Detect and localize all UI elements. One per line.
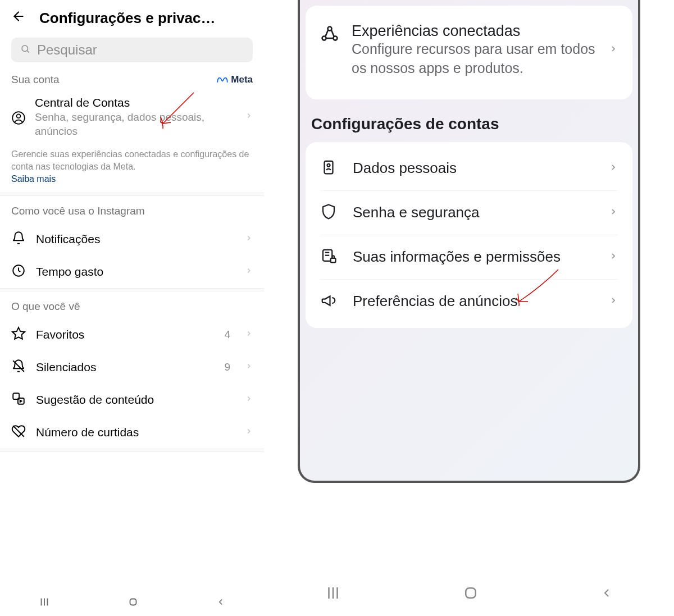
row-personal-data[interactable]: Dados pessoais: [306, 147, 632, 190]
star-icon: [11, 326, 26, 343]
meta-logo-icon: [216, 76, 229, 84]
row-label: Notificações: [36, 232, 235, 246]
svg-point-1: [22, 45, 28, 52]
svg-rect-28: [466, 588, 476, 598]
back-icon[interactable]: [11, 9, 26, 28]
section-how-you-use: Como você usa o Instagram: [0, 196, 264, 223]
android-nav-bar: [0, 596, 264, 608]
chevron-right-icon: [609, 163, 618, 174]
row-time-spent[interactable]: Tempo gasto: [0, 255, 264, 288]
page-title: Configurações e privac…: [39, 10, 253, 27]
heart-off-icon: [11, 424, 26, 441]
svg-rect-24: [331, 258, 336, 262]
accounts-center-row[interactable]: Central de Contas Senha, segurança, dado…: [0, 88, 264, 143]
section-account-settings: Configurações de contas: [306, 108, 632, 142]
svg-rect-19: [325, 161, 333, 174]
connected-icon: [320, 25, 339, 46]
row-label: Suas informações e permissões: [353, 248, 594, 266]
svg-rect-15: [130, 599, 136, 605]
header: Configurações e privac…: [0, 0, 264, 33]
recents-icon[interactable]: [38, 596, 51, 608]
row-label: Favoritos: [36, 328, 214, 341]
chevron-right-icon: [245, 267, 253, 277]
section-your-account: Sua conta: [11, 74, 60, 86]
svg-marker-6: [12, 327, 25, 339]
muted-count: 9: [224, 361, 230, 373]
accounts-center-subtitle: Senha, segurança, dados pessoais, anúnci…: [35, 111, 236, 138]
section-what-you-see: O que você vê: [0, 291, 264, 318]
back-nav-icon[interactable]: [216, 597, 226, 607]
row-label: Número de curtidas: [36, 426, 235, 439]
megaphone-icon: [320, 292, 338, 311]
row-muted[interactable]: Silenciados 9: [0, 351, 264, 384]
clock-icon: [11, 263, 26, 280]
chevron-right-icon: [245, 112, 253, 122]
chevron-right-icon: [609, 44, 618, 56]
divider: [0, 449, 264, 452]
row-password-security[interactable]: Senha e segurança: [306, 191, 632, 235]
chevron-right-icon: [245, 395, 253, 405]
row-connected-experiences[interactable]: Experiências conectadas Configure recurs…: [306, 10, 632, 95]
document-lock-icon: [320, 248, 338, 267]
svg-line-2: [27, 51, 29, 52]
chevron-right-icon: [245, 330, 253, 340]
content-icon: [11, 391, 26, 408]
chevron-right-icon: [609, 296, 618, 307]
shield-icon: [320, 203, 338, 222]
svg-point-17: [322, 36, 326, 40]
chevron-right-icon: [245, 427, 253, 437]
learn-more-link[interactable]: Saiba mais: [11, 174, 56, 184]
row-favorites[interactable]: Favoritos 4: [0, 318, 264, 351]
svg-point-18: [333, 36, 337, 40]
home-icon[interactable]: [127, 596, 139, 608]
phone-frame: Experiências conectadas Configure recurs…: [298, 0, 640, 483]
row-ad-preferences[interactable]: Preferências de anúncios: [306, 280, 632, 323]
svg-marker-10: [20, 400, 22, 402]
row-label: Silenciados: [36, 361, 214, 374]
connected-experiences-title: Experiências conectadas: [352, 22, 596, 40]
row-label: Senha e segurança: [353, 204, 594, 221]
chevron-right-icon: [609, 207, 618, 218]
row-label: Sugestão de conteúdo: [36, 393, 235, 407]
back-nav-icon[interactable]: [600, 586, 613, 602]
row-like-count[interactable]: Número de curtidas: [0, 416, 264, 449]
meta-brand: Meta: [216, 74, 253, 85]
chevron-right-icon: [609, 252, 618, 263]
manage-description: Gerencie suas experiências conectadas e …: [0, 143, 264, 193]
recents-icon[interactable]: [325, 585, 341, 604]
card-account-settings: Dados pessoais Senha e segurança Suas in…: [306, 142, 632, 328]
svg-point-4: [17, 114, 21, 118]
person-circle-icon: [11, 111, 26, 127]
row-label: Preferências de anúncios: [353, 293, 594, 310]
search-placeholder: Pesquisar: [37, 42, 97, 58]
row-notifications[interactable]: Notificações: [0, 223, 264, 255]
card-connected-experiences: Experiências conectadas Configure recurs…: [306, 6, 632, 99]
chevron-right-icon: [245, 234, 253, 244]
chevron-right-icon: [245, 362, 253, 372]
search-icon: [20, 44, 30, 56]
meta-label: Meta: [231, 74, 253, 85]
id-card-icon: [320, 159, 338, 178]
home-icon[interactable]: [462, 585, 479, 604]
bell-icon: [11, 231, 26, 248]
row-info-permissions[interactable]: Suas informações e permissões: [306, 235, 632, 279]
search-input[interactable]: Pesquisar: [11, 38, 253, 62]
row-label: Dados pessoais: [353, 159, 594, 177]
favorites-count: 4: [224, 328, 230, 341]
accounts-center-title: Central de Contas: [35, 96, 236, 111]
row-content-suggestions[interactable]: Sugestão de conteúdo: [0, 384, 264, 416]
android-nav-bar: [264, 585, 674, 604]
right-phone-screenshot: Experiências conectadas Configure recurs…: [264, 0, 674, 616]
row-label: Tempo gasto: [36, 265, 235, 279]
bell-off-icon: [11, 359, 26, 376]
connected-experiences-subtitle: Configure recursos para usar em todos os…: [352, 40, 596, 78]
left-phone-screenshot: Configurações e privac… Pesquisar Sua co…: [0, 0, 264, 616]
svg-point-20: [327, 163, 330, 166]
